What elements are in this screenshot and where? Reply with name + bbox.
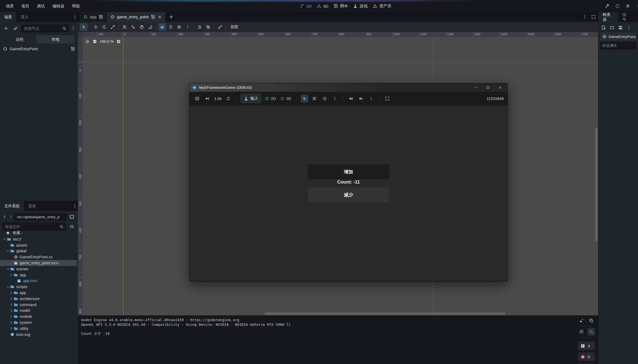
- scene-tab-game-entry-point[interactable]: game_entry_point: [107, 12, 166, 22]
- camera-button[interactable]: [357, 95, 365, 102]
- nav-back-icon[interactable]: [2, 214, 7, 219]
- tab-filesystem[interactable]: 文件系统: [0, 201, 24, 211]
- chevron-down-icon[interactable]: [6, 249, 10, 253]
- fs-tree-item[interactable]: global: [0, 248, 77, 254]
- scene-dock-menu-icon[interactable]: [72, 15, 77, 20]
- chevron-down-icon[interactable]: [9, 273, 13, 277]
- fs-tree-item[interactable]: scenes: [0, 266, 77, 272]
- tab-signals[interactable]: 信号: [618, 12, 634, 22]
- fs-tree-item[interactable]: app: [0, 290, 77, 296]
- collapse-messages-button[interactable]: [578, 328, 585, 336]
- recovery-mode-icon[interactable]: [605, 4, 610, 8]
- mute-audio-button[interactable]: [347, 95, 355, 102]
- vertical-scrollbar[interactable]: [595, 128, 598, 242]
- fs-tree-item[interactable]: system: [0, 319, 77, 325]
- filter-files-input[interactable]: [4, 224, 59, 229]
- game-list-select-button[interactable]: [311, 95, 318, 102]
- scene-tree-root-node[interactable]: GameEntryPoint: [0, 45, 78, 53]
- save-resource-icon[interactable]: [618, 25, 623, 30]
- scene-tab-app[interactable]: app: [80, 12, 107, 22]
- close-tab-icon[interactable]: [157, 14, 162, 19]
- mode-button-game[interactable]: 游戏: [353, 4, 368, 9]
- fs-tree-item[interactable]: GameEntryPoint.cs: [0, 254, 77, 260]
- grid-toggle-button[interactable]: [175, 23, 183, 31]
- filter-properties-field[interactable]: 筛选属性: [600, 42, 637, 49]
- grid-snap-button[interactable]: [167, 23, 175, 31]
- fs-tree-item[interactable]: assets: [0, 242, 77, 248]
- chevron-right-icon[interactable]: [9, 297, 13, 301]
- edited-object-row[interactable]: GameEntryPoint.: [600, 32, 637, 41]
- copy-output-button[interactable]: [587, 317, 595, 324]
- toggle-split-mode-button[interactable]: [68, 213, 76, 221]
- skeleton-button[interactable]: [216, 23, 224, 31]
- chevron-down-icon[interactable]: [2, 237, 7, 241]
- fs-tree-item[interactable]: architecture: [0, 296, 77, 302]
- game-speed[interactable]: 1.0x: [214, 96, 221, 101]
- tab-inspector[interactable]: 检查器: [598, 12, 618, 22]
- fs-tree-item[interactable]: app.tscn: [0, 278, 77, 284]
- attached-script-icon[interactable]: [70, 46, 75, 51]
- chevron-down-icon[interactable]: [6, 267, 10, 271]
- chevron-down-icon[interactable]: [6, 285, 10, 289]
- scene-tree-menu-icon[interactable]: [71, 26, 76, 31]
- smart-snap-button[interactable]: [158, 23, 166, 31]
- zoom-level[interactable]: 100.0 %: [100, 39, 114, 44]
- 2d-canvas[interactable]: 100.0 % MyGFrameworkGame (DEBUG): [83, 37, 598, 315]
- suspend-game-button[interactable]: [193, 95, 201, 102]
- instance-scene-button[interactable]: [12, 25, 19, 32]
- sort-files-button[interactable]: [68, 223, 76, 230]
- distraction-free-icon[interactable]: [591, 14, 596, 19]
- restart-game-icon[interactable]: [615, 4, 620, 8]
- filter-nodes-field[interactable]: [21, 24, 69, 32]
- local-button[interactable]: 本地: [36, 35, 75, 43]
- pause-game-icon[interactable]: [625, 4, 630, 8]
- minimize-icon[interactable]: [473, 85, 478, 90]
- menu-project[interactable]: 项目: [18, 2, 33, 10]
- fs-tree-item[interactable]: scripts: [0, 284, 77, 290]
- game-select-mode-button[interactable]: [301, 95, 308, 102]
- chevron-right-icon[interactable]: [9, 291, 13, 295]
- add-node-button[interactable]: [2, 25, 10, 32]
- horizontal-scrollbar[interactable]: [265, 312, 506, 315]
- fs-tree-item[interactable]: model: [0, 308, 77, 314]
- move-tool-button[interactable]: [92, 23, 100, 31]
- load-resource-icon[interactable]: [610, 25, 615, 30]
- fs-tree-item[interactable]: res://: [0, 236, 77, 242]
- embed-fullscreen-button[interactable]: [383, 95, 391, 102]
- game-view-menu-icon[interactable]: [331, 95, 339, 102]
- menu-scene[interactable]: 场景: [2, 2, 17, 10]
- center-view-icon[interactable]: [85, 39, 90, 44]
- mode-button-2d[interactable]: 2D: [300, 4, 312, 8]
- chevron-right-icon[interactable]: [9, 303, 13, 307]
- new-resource-icon[interactable]: [601, 25, 606, 30]
- game-window-titlebar[interactable]: MyGFrameworkGame (DEBUG): [190, 83, 507, 92]
- pan-tool-button[interactable]: [138, 23, 146, 31]
- zoom-out-icon[interactable]: [92, 39, 97, 44]
- next-frame-button[interactable]: [203, 95, 211, 102]
- fs-tree-item[interactable]: utility: [0, 325, 77, 332]
- snap-pivot-button[interactable]: [129, 23, 137, 31]
- select-tool-button[interactable]: [80, 23, 88, 31]
- filesystem-menu-icon[interactable]: [72, 204, 77, 209]
- menu-editor[interactable]: 编辑器: [49, 2, 68, 10]
- mode-button-script[interactable]: 脚本: [333, 4, 348, 9]
- fs-tree-item[interactable]: icon.svg: [0, 332, 77, 338]
- rotate-tool-button[interactable]: [100, 23, 108, 31]
- lock-button[interactable]: [196, 23, 203, 31]
- tab-import[interactable]: 导入: [16, 12, 33, 22]
- group-button[interactable]: [204, 23, 212, 31]
- select-3d-node-button[interactable]: 3D: [280, 96, 291, 101]
- measure-tool-button[interactable]: [146, 23, 154, 31]
- filter-nodes-input[interactable]: [23, 26, 62, 31]
- decrease-button[interactable]: 减少: [308, 187, 389, 202]
- stop-icon[interactable]: [636, 4, 637, 8]
- inspector-menu-icon[interactable]: [627, 25, 631, 30]
- tab-history[interactable]: 历史: [24, 201, 40, 211]
- mode-button-assetlib[interactable]: 资产库: [373, 4, 391, 9]
- menu-help[interactable]: 帮助: [69, 2, 84, 10]
- chevron-right-icon[interactable]: [9, 309, 13, 313]
- chevron-right-icon[interactable]: [9, 326, 13, 330]
- remote-button[interactable]: 远程: [3, 37, 36, 42]
- list-select-button[interactable]: [121, 23, 129, 31]
- menu-debug[interactable]: 调试: [33, 2, 48, 10]
